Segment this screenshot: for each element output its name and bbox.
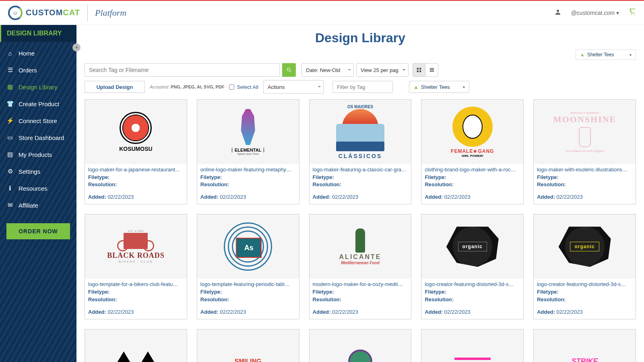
order-now-button[interactable]: ORDER NOW — [6, 223, 70, 239]
sidebar-item-label: Settings — [19, 168, 40, 175]
caret-down-icon: ▾ — [463, 85, 465, 89]
sidebar-item-connect-store[interactable]: ⚡Connect Store — [0, 112, 76, 129]
design-card[interactable]: organic logo-creator-featuring-distorted… — [421, 214, 524, 319]
list-icon: ☰ — [6, 66, 14, 74]
sidebar-item-affiliate[interactable]: ✉Affiliate — [0, 197, 76, 214]
store-chip[interactable]: ▲ Shelter Tees ▾ — [576, 49, 636, 60]
grid-view-button[interactable] — [413, 63, 425, 77]
design-card[interactable]: SMILING — [197, 329, 299, 362]
user-dropdown[interactable]: @customcat.com ▾ — [571, 10, 619, 16]
added-label: Added: 02/22/2023 — [425, 194, 520, 200]
design-card[interactable]: STRIKE — [533, 329, 636, 362]
design-card[interactable]: delicious & nutritiousMOONSHINEYou'll Bl… — [533, 99, 636, 204]
perpage-select[interactable]: View 25 per page — [356, 63, 409, 77]
logo-mark-icon: ☺ — [8, 6, 23, 20]
resolution-label: Resolution: — [200, 181, 296, 188]
design-card[interactable]: organic logo-creator-featuring-distorted… — [533, 214, 636, 319]
sidebar: DESIGN LIBRARY ⌂Home ☰Orders ▦Design Lib… — [0, 25, 76, 362]
design-card[interactable]: EST. ★ 2001BLACK ROADSBIKERS · CLUB logo… — [85, 214, 187, 319]
design-thumb: STRIKE — [534, 329, 636, 362]
design-name[interactable]: logo-maker-with-esoteric-illustrations… — [537, 167, 632, 173]
design-thumb: EST. ★ 2001BLACK ROADSBIKERS · CLUB — [85, 214, 187, 279]
filetype-label: Filetype: — [200, 174, 296, 181]
design-card[interactable]: KOSUMOSU logo-maker-for-a-japanese-resta… — [85, 99, 187, 204]
design-thumb: ALICANTEMediterranean Food — [310, 214, 411, 279]
design-name[interactable]: logo-template-featuring-periodic-tabl… — [200, 281, 296, 287]
select-all-checkbox[interactable] — [229, 84, 234, 90]
sidebar-item-design-library[interactable]: ▦Design Library — [0, 78, 76, 95]
svg-rect-7 — [419, 70, 421, 72]
filetype-label: Filetype: — [425, 288, 520, 296]
design-card[interactable]: ALICANTEMediterranean Food modern-logo-m… — [309, 214, 412, 319]
design-thumb: delicious & nutritiousMOONSHINEYou'll Bl… — [534, 100, 636, 164]
resolution-label: Resolution: — [537, 296, 632, 303]
design-name[interactable]: logo-maker-featuring-a-classic-car-gra… — [313, 167, 408, 173]
filetype-label: Filetype: — [313, 288, 408, 296]
design-card[interactable]: FEMALE★GANGGIRL POWER! clothing-brand-lo… — [421, 99, 524, 204]
list-view-button[interactable] — [425, 63, 438, 77]
sidebar-item-create-product[interactable]: 👕Create Product — [0, 95, 76, 112]
design-card[interactable]: As logo-template-featuring-periodic-tabl… — [197, 214, 299, 319]
design-grid: KOSUMOSU logo-maker-for-a-japanese-resta… — [85, 99, 636, 362]
added-label: Added: 02/22/2023 — [200, 309, 296, 315]
sidebar-item-orders[interactable]: ☰Orders — [0, 62, 76, 78]
design-name[interactable]: logo-maker-for-a-japanese-restaurant… — [88, 167, 184, 173]
tshirt-icon: 👕 — [6, 100, 14, 107]
design-name[interactable]: online-logo-maker-featuring-metaphy… — [200, 167, 296, 173]
design-card[interactable] — [309, 329, 412, 362]
brand-cat: CAT — [63, 8, 80, 17]
design-thumb: SMILING — [197, 329, 299, 362]
svg-rect-4 — [417, 68, 419, 70]
sidebar-item-label: Affiliate — [19, 202, 38, 209]
sidebar-item-home[interactable]: ⌂Home — [0, 45, 76, 62]
svg-rect-6 — [417, 70, 419, 72]
design-card[interactable] — [421, 329, 524, 362]
store-select-label: Shelter Tees — [421, 84, 450, 90]
design-name[interactable]: logo-creator-featuring-distorted-3d-s… — [537, 281, 632, 287]
sidebar-item-label: Resources — [19, 185, 47, 192]
store-icon: ▭ — [6, 134, 14, 141]
upload-design-button[interactable]: Upload Design — [85, 81, 145, 93]
caret-down-icon: ▾ — [630, 53, 632, 57]
svg-point-2 — [634, 14, 634, 15]
resolution-label: Resolution: — [537, 181, 632, 188]
design-name[interactable]: logo-creator-featuring-distorted-3d-s… — [425, 281, 520, 287]
select-all[interactable]: Select All — [229, 84, 258, 90]
resolution-label: Resolution: — [88, 296, 184, 303]
design-card[interactable]: ELEMENTALSpace and Time online-logo-make… — [197, 99, 299, 204]
shopify-icon: ▲ — [580, 52, 585, 58]
tag-filter-input[interactable] — [332, 81, 393, 93]
brand-logo[interactable]: ☺ CUSTOMCAT — [8, 6, 80, 20]
sidebar-collapse-button[interactable] — [72, 43, 80, 51]
resolution-label: Resolution: — [313, 181, 408, 188]
search-button[interactable] — [282, 63, 296, 77]
resolution-label: Resolution: — [313, 296, 408, 303]
toolbar-row-1: Date: New-Old View 25 per page — [85, 63, 636, 77]
design-card[interactable]: OS MAIORESCLÁSSICOS logo-maker-featuring… — [309, 99, 412, 204]
cart-icon[interactable] — [629, 8, 636, 17]
info-icon: ℹ — [6, 185, 14, 192]
resolution-label: Resolution: — [425, 296, 520, 303]
search-input[interactable] — [85, 63, 280, 77]
brand-custom: CUSTOM — [26, 8, 63, 17]
sidebar-item-store-dashboard[interactable]: ▭Store Dashboard — [0, 129, 76, 146]
sidebar-item-label: Create Product — [19, 101, 59, 107]
design-name[interactable]: modern-logo-maker-for-a-cozy-medit… — [313, 281, 408, 287]
store-select-secondary[interactable]: ▲ Shelter Tees ▾ — [409, 81, 469, 93]
added-label: Added: 02/22/2023 — [537, 194, 632, 200]
plug-icon: ⚡ — [6, 117, 14, 124]
design-thumb: FEMALE★GANGGIRL POWER! — [421, 100, 523, 164]
design-name[interactable]: logo-template-for-a-bikers-club-featu… — [88, 281, 184, 287]
filetype-label: Filetype: — [537, 174, 632, 181]
sidebar-item-my-products[interactable]: ▤My Products — [0, 146, 76, 163]
design-card[interactable] — [85, 329, 187, 362]
sidebar-item-settings[interactable]: ⚙Settings — [0, 163, 76, 180]
design-name[interactable]: clothing-brand-logo-maker-with-a-roc… — [425, 167, 520, 173]
sort-select[interactable]: Date: New-Old — [301, 63, 354, 77]
user-icon[interactable] — [554, 8, 561, 17]
handshake-icon: ✉ — [6, 202, 14, 209]
sidebar-item-resources[interactable]: ℹResources — [0, 180, 76, 197]
page-title: Design Library — [85, 31, 636, 45]
actions-select[interactable]: Actions — [263, 80, 324, 94]
caret-down-icon: ▾ — [616, 10, 619, 16]
